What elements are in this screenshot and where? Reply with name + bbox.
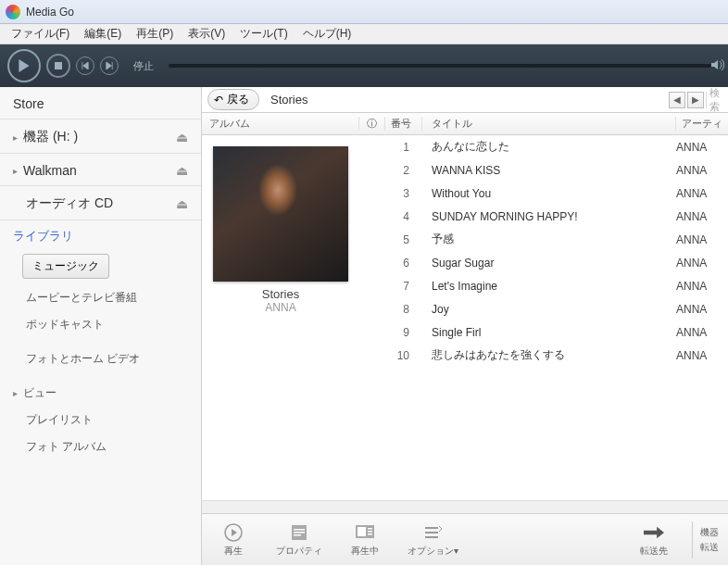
track-row[interactable]: 3Without YouANNA bbox=[385, 182, 728, 205]
volume-icon[interactable] bbox=[709, 57, 724, 75]
track-title: SUNDAY MORNING HAPPY! bbox=[422, 210, 676, 223]
bottom-nowplaying-button[interactable]: 再生中 bbox=[343, 522, 387, 558]
track-row[interactable]: 1あんなに恋したANNA bbox=[385, 135, 728, 158]
album-art[interactable] bbox=[213, 146, 348, 282]
bottom-toolbar: 再生 プロパティ 再生中 オプション▾ bbox=[202, 513, 728, 565]
play-button[interactable] bbox=[7, 49, 41, 82]
bottom-transfer-button[interactable]: 転送先 bbox=[640, 522, 668, 558]
track-row[interactable]: 5予感ANNA bbox=[385, 228, 728, 251]
eject-icon[interactable]: ⏏ bbox=[176, 163, 188, 178]
next-button[interactable] bbox=[100, 56, 119, 75]
horizontal-scrollbar[interactable] bbox=[202, 500, 728, 513]
track-number: 5 bbox=[385, 233, 422, 246]
sidebar-device[interactable]: ▸ 機器 (H: ) ⏏ bbox=[0, 119, 201, 154]
app-title: Media Go bbox=[26, 6, 74, 19]
svg-rect-7 bbox=[358, 527, 366, 536]
nowplaying-icon bbox=[355, 522, 375, 543]
bottom-option-button[interactable]: オプション▾ bbox=[408, 522, 458, 558]
menu-edit[interactable]: 編集(E) bbox=[77, 24, 129, 44]
track-artist: ANNA bbox=[676, 164, 728, 177]
sidebar-movies[interactable]: ムービーとテレビ番組 bbox=[0, 284, 201, 311]
body-area: Stories ANNA 1あんなに恋したANNA2WANNA KISSANNA… bbox=[202, 135, 728, 500]
track-row[interactable]: 6Sugar SugarANNA bbox=[385, 251, 728, 274]
track-row[interactable]: 9Single FirlANNA bbox=[385, 320, 728, 344]
svg-rect-11 bbox=[425, 527, 438, 529]
menu-tool[interactable]: ツール(T) bbox=[232, 24, 295, 44]
sidebar-store[interactable]: Store bbox=[0, 87, 201, 119]
track-row[interactable]: 8JoyANNA bbox=[385, 297, 728, 320]
track-row[interactable]: 10悲しみはあなたを強くするANNA bbox=[385, 344, 728, 367]
bottom-device[interactable]: 機器 転送 bbox=[692, 521, 719, 559]
bottom-nowplaying-label: 再生中 bbox=[351, 545, 379, 558]
titlebar: Media Go bbox=[0, 0, 728, 24]
track-row[interactable]: 7Let's ImagineANNA bbox=[385, 274, 728, 297]
sidebar-podcast[interactable]: ポッドキャスト bbox=[0, 311, 201, 338]
track-artist: ANNA bbox=[676, 187, 728, 200]
menu-play[interactable]: 再生(P) bbox=[129, 24, 181, 44]
eject-icon[interactable]: ⏏ bbox=[176, 130, 188, 144]
bottom-transfer-to-label: 転送先 bbox=[640, 545, 668, 558]
nav-prev-button[interactable]: ◀ bbox=[669, 92, 685, 108]
eject-icon[interactable]: ⏏ bbox=[176, 196, 188, 211]
sidebar-walkman-label: Walkman bbox=[23, 163, 176, 178]
sidebar-playlist[interactable]: プレイリスト bbox=[0, 407, 201, 433]
track-title: Joy bbox=[422, 303, 676, 316]
bottom-property-label: プロパティ bbox=[276, 545, 322, 558]
svg-rect-8 bbox=[368, 528, 372, 530]
menu-help[interactable]: ヘルプ(H) bbox=[295, 24, 359, 44]
sidebar-photo[interactable]: フォトとホーム ビデオ bbox=[0, 345, 201, 372]
sidebar-audiocd[interactable]: オーディオ CD ⏏ bbox=[0, 186, 201, 220]
track-row[interactable]: 2WANNA KISSANNA bbox=[385, 158, 728, 182]
col-number[interactable]: 番号 bbox=[385, 117, 422, 131]
track-artist: ANNA bbox=[676, 257, 728, 270]
bottom-play-label: 再生 bbox=[224, 545, 243, 558]
sidebar-view[interactable]: ▸ ビュー bbox=[0, 380, 201, 407]
content-area: ↶ 戻る Stories ◀ ▶ 検索 アルバム ⓘ 番号 タイトル アーティ … bbox=[202, 87, 728, 565]
sidebar-device-label: 機器 (H: ) bbox=[23, 129, 176, 145]
track-number: 7 bbox=[385, 280, 422, 293]
col-info[interactable]: ⓘ bbox=[359, 117, 385, 131]
sidebar-walkman[interactable]: ▸ Walkman ⏏ bbox=[0, 154, 201, 186]
menu-view[interactable]: 表示(V) bbox=[181, 24, 232, 44]
bottom-property-button[interactable]: プロパティ bbox=[276, 522, 322, 558]
sidebar-store-label: Store bbox=[13, 96, 188, 111]
track-title: Let's Imagine bbox=[422, 280, 676, 293]
track-number: 2 bbox=[385, 164, 422, 177]
nav-next-button[interactable]: ▶ bbox=[687, 92, 704, 108]
stop-button[interactable] bbox=[46, 54, 70, 78]
undo-icon: ↶ bbox=[214, 94, 223, 107]
col-artist[interactable]: アーティ bbox=[676, 117, 728, 131]
sidebar-music-button[interactable]: ミュージック bbox=[22, 254, 109, 279]
svg-rect-13 bbox=[425, 536, 438, 538]
sidebar-photoalbum[interactable]: フォト アルバム bbox=[0, 433, 201, 460]
track-title: WANNA KISS bbox=[422, 164, 676, 177]
app-icon bbox=[6, 5, 20, 19]
album-artist: ANNA bbox=[213, 301, 348, 314]
album-name: Stories bbox=[213, 282, 348, 301]
menu-file[interactable]: ファイル(F) bbox=[4, 24, 77, 44]
seek-bar[interactable] bbox=[169, 64, 711, 68]
col-title[interactable]: タイトル bbox=[422, 117, 676, 131]
track-title: Single Firl bbox=[422, 326, 676, 339]
bottom-transfer-label: 転送 bbox=[700, 541, 719, 554]
track-title: 悲しみはあなたを強くする bbox=[422, 347, 676, 363]
back-button[interactable]: ↶ 戻る bbox=[207, 89, 259, 110]
track-row[interactable]: 4SUNDAY MORNING HAPPY!ANNA bbox=[385, 205, 728, 228]
track-number: 9 bbox=[385, 326, 422, 339]
sidebar-view-label: ビュー bbox=[23, 385, 56, 401]
chevron-right-icon: ▸ bbox=[13, 388, 18, 398]
option-icon bbox=[423, 522, 444, 543]
svg-rect-9 bbox=[368, 531, 372, 533]
track-artist: ANNA bbox=[676, 326, 728, 339]
track-title: あんなに恋した bbox=[422, 139, 676, 155]
prev-icon bbox=[82, 62, 89, 69]
col-album[interactable]: アルバム bbox=[202, 117, 359, 131]
search-input[interactable]: 検索 bbox=[706, 92, 724, 108]
track-title: 予感 bbox=[422, 232, 676, 247]
breadcrumb: Stories bbox=[265, 93, 308, 107]
prev-button[interactable] bbox=[76, 56, 94, 75]
track-artist: ANNA bbox=[676, 349, 728, 362]
track-number: 4 bbox=[385, 210, 422, 223]
bottom-play-button[interactable]: 再生 bbox=[211, 522, 256, 558]
svg-rect-12 bbox=[425, 532, 438, 534]
